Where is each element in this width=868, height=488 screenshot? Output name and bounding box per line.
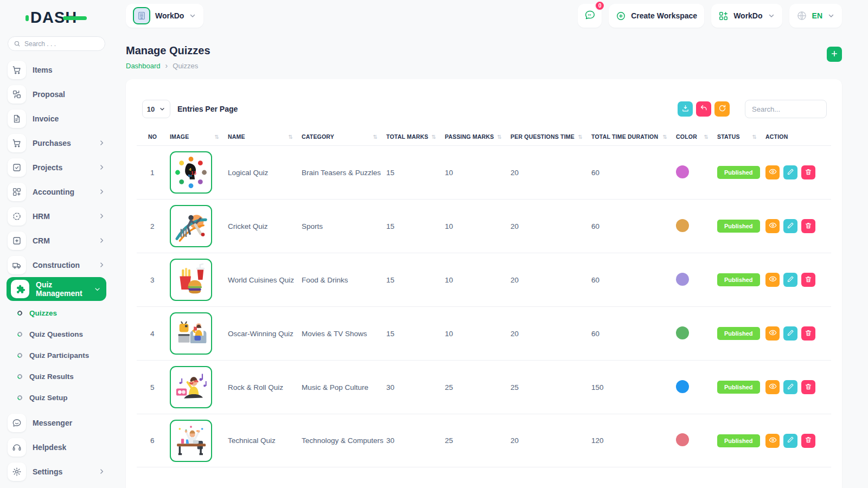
gear-icon	[8, 463, 26, 481]
sidebar-item-quiz-participants[interactable]: Quiz Participants	[0, 345, 113, 366]
table-row: 2Cricket QuizSports15102060Published	[137, 199, 831, 253]
sidebar-item-settings[interactable]: Settings	[0, 459, 113, 484]
view-button[interactable]	[765, 326, 780, 341]
page-header: Manage Quizzes Dashboard › Quizzes	[126, 44, 842, 70]
cell-color	[676, 380, 717, 395]
cell-total-time-duration: 120	[591, 436, 676, 445]
sidebar: DASH ItemsProposalInvoicePurchasesProjec…	[0, 0, 113, 488]
chevron-right-icon: ›	[165, 61, 168, 70]
breadcrumb-dashboard-link[interactable]: Dashboard	[126, 62, 161, 70]
table-search-input[interactable]	[745, 100, 827, 118]
sort-icon: ⇅	[288, 134, 293, 140]
sidebar-item-hrm[interactable]: HRM	[0, 204, 113, 228]
workspace-chip[interactable]: WorkDo	[126, 4, 203, 28]
sidebar-item-label: Settings	[33, 467, 62, 476]
cell-no: 4	[148, 330, 170, 338]
refresh-button[interactable]	[714, 101, 730, 117]
sidebar-item-quiz-management[interactable]: Quiz Management	[7, 277, 106, 301]
cell-status: Published	[717, 166, 765, 179]
swap-squares-icon	[8, 85, 26, 104]
edit-button[interactable]	[783, 434, 797, 448]
edit-button[interactable]	[783, 219, 797, 233]
column-header-total-marks[interactable]: TOTAL MARKS⇅	[386, 133, 445, 140]
check-square-icon	[8, 158, 26, 177]
cell-name: Technical Quiz	[228, 436, 302, 445]
view-button[interactable]	[765, 380, 780, 394]
sidebar-item-quiz-setup[interactable]: Quiz Setup	[0, 387, 113, 408]
cell-category: Sports	[302, 222, 386, 230]
column-header-label: IMAGE	[170, 133, 189, 140]
delete-button[interactable]	[801, 380, 815, 394]
sidebar-item-label: Helpdesk	[33, 443, 66, 452]
delete-button[interactable]	[801, 326, 815, 341]
column-header-passing-marks[interactable]: PASSING MARKS⇅	[445, 133, 510, 140]
sort-icon: ⇅	[373, 134, 378, 140]
view-button[interactable]	[765, 219, 780, 233]
headset-icon	[8, 438, 26, 457]
column-header-label: COLOR	[676, 133, 697, 140]
workspace-switcher[interactable]: WorkDo	[711, 4, 782, 28]
sidebar-search[interactable]	[8, 36, 105, 51]
sidebar-item-items[interactable]: Items	[0, 57, 113, 82]
edit-button[interactable]	[783, 165, 797, 179]
sidebar-item-helpdesk[interactable]: Helpdesk	[0, 435, 113, 459]
column-header-color[interactable]: COLOR⇅	[676, 133, 717, 140]
column-header-total-time-duration[interactable]: TOTAL TIME DURATION⇅	[591, 133, 676, 140]
column-header-image[interactable]: IMAGE⇅	[170, 133, 228, 140]
view-button[interactable]	[765, 273, 780, 287]
sidebar-item-quizzes[interactable]: Quizzes	[0, 303, 113, 324]
sidebar-item-accounting[interactable]: Accounting	[0, 179, 113, 204]
sidebar-item-construction[interactable]: Construction	[0, 253, 113, 277]
delete-button[interactable]	[801, 219, 815, 233]
edit-button[interactable]	[783, 380, 797, 394]
cell-total-marks: 15	[386, 330, 445, 338]
chevron-right-icon	[98, 139, 105, 146]
sidebar-item-label: Quiz Management	[36, 280, 87, 298]
view-button[interactable]	[765, 434, 780, 448]
sidebar-item-projects[interactable]: Projects	[0, 155, 113, 179]
cell-image	[170, 366, 228, 408]
entries-label: Entries Per Page	[177, 105, 238, 113]
color-swatch	[676, 219, 689, 232]
workspace-label: WorkDo	[155, 11, 184, 20]
export-button[interactable]	[678, 101, 693, 117]
search-icon	[14, 40, 21, 47]
column-header-category[interactable]: CATEGORY⇅	[302, 133, 386, 140]
cell-actions	[765, 380, 831, 394]
status-badge: Published	[717, 434, 760, 447]
sidebar-item-proposal[interactable]: Proposal	[0, 82, 113, 106]
column-header-name[interactable]: NAME⇅	[228, 133, 302, 140]
chevron-down-icon	[159, 106, 165, 112]
sidebar-item-quiz-results[interactable]: Quiz Results	[0, 366, 113, 387]
sidebar-item-purchases[interactable]: Purchases	[0, 131, 113, 155]
language-switcher[interactable]: EN	[789, 4, 842, 28]
view-button[interactable]	[765, 165, 780, 179]
messages-button[interactable]: 0	[578, 4, 602, 28]
delete-button[interactable]	[801, 273, 815, 287]
column-header-status[interactable]: STATUS⇅	[717, 133, 765, 140]
delete-button[interactable]	[801, 165, 815, 179]
cell-status: Published	[717, 434, 765, 447]
add-quiz-button[interactable]	[827, 47, 842, 62]
cell-total-marks: 30	[386, 436, 445, 445]
sidebar-item-messenger[interactable]: Messenger	[0, 410, 113, 435]
color-swatch	[676, 326, 689, 339]
cell-category: Music & Pop Culture	[302, 383, 386, 391]
sidebar-search-input[interactable]	[24, 40, 95, 48]
chevron-right-icon	[98, 188, 105, 195]
edit-button[interactable]	[783, 273, 797, 287]
globe-icon	[796, 10, 807, 21]
reset-button[interactable]	[696, 101, 711, 117]
status-badge: Published	[717, 327, 760, 340]
sidebar-item-crm[interactable]: CRM	[0, 228, 113, 253]
table-row: 14135+Logical QuizBrain Teasers & Puzzle…	[137, 145, 831, 199]
create-workspace-button[interactable]: Create Workspace	[609, 4, 704, 28]
sidebar-item-invoice[interactable]: Invoice	[0, 106, 113, 131]
edit-button[interactable]	[783, 326, 797, 341]
sidebar-item-quiz-questions[interactable]: Quiz Questions	[0, 324, 113, 345]
column-header-per-questions-time[interactable]: PER QUESTIONS TIME⇅	[510, 133, 591, 140]
entries-select[interactable]: 10	[142, 100, 170, 118]
plus-icon	[830, 49, 839, 60]
delete-button[interactable]	[801, 434, 815, 448]
cell-total-time-duration: 60	[591, 330, 676, 338]
